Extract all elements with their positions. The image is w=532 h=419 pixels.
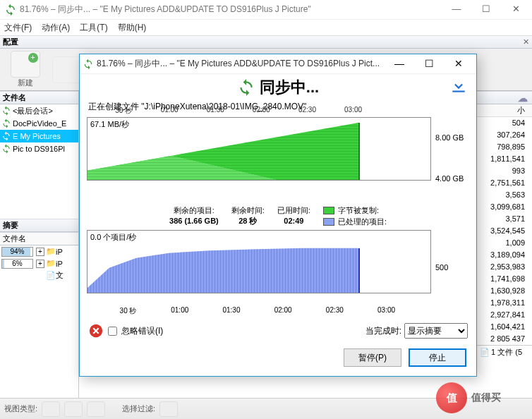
main-min-button[interactable]: — bbox=[442, 1, 471, 19]
chart-legend: 字节被复制: 已处理的项目: bbox=[323, 205, 387, 227]
summary-row[interactable]: 94% + 📁iP bbox=[0, 245, 78, 257]
remaining-time: 剩余时间: 28 秒 bbox=[231, 205, 265, 226]
mid-info: 剩余的项目: 386 (1.66 GB) 剩余时间: 28 秒 已用时间: 02… bbox=[87, 205, 469, 227]
items-chart: 0.0 个项目/秒 500 bbox=[87, 230, 469, 305]
expand-icon[interactable]: + bbox=[36, 260, 44, 268]
legend-swatch-blue bbox=[323, 218, 334, 226]
chart2-plot-area: 0.0 个项目/秒 bbox=[87, 230, 431, 293]
size-value: 1,009 bbox=[477, 237, 532, 249]
on-complete-label: 当完成时: bbox=[365, 325, 401, 337]
size-value: 2,927,841 bbox=[477, 309, 532, 321]
size-value: 3,524,545 bbox=[477, 225, 532, 237]
download-arrow-icon[interactable] bbox=[449, 77, 468, 95]
size-value: 3,189,094 bbox=[477, 249, 532, 261]
watermark-badge-icon: 值 bbox=[436, 382, 467, 413]
size-value: 2,953,983 bbox=[477, 261, 532, 273]
watermark: 值 值得买 bbox=[436, 381, 528, 415]
error-icon bbox=[88, 323, 104, 339]
dialog-titlebar[interactable]: 81.76% – 同步中... – "E My Pictures ADD&UPD… bbox=[80, 54, 476, 74]
size-value: 3,099,681 bbox=[477, 201, 532, 213]
toolbar-new-label: 新建 bbox=[18, 78, 33, 88]
size-value: 1,978,311 bbox=[477, 297, 532, 309]
summary-row[interactable]: 6% + 📁iP bbox=[0, 257, 78, 269]
dialog-buttons: 暂停(P) 停止 bbox=[80, 341, 476, 375]
cloud-icon[interactable]: ☁ bbox=[518, 92, 528, 104]
config-panel-header: 配置 ✕ bbox=[0, 35, 532, 49]
size-column: 小 504307,264798,8951,811,5419932,751,561… bbox=[477, 104, 532, 345]
size-value: 2 805 437 bbox=[477, 333, 532, 345]
sync-icon bbox=[1, 119, 11, 128]
chart1-rate-label: 67.1 MB/秒 bbox=[90, 119, 129, 130]
chart2-yaxis: 500 bbox=[431, 230, 469, 305]
dialog-min-button[interactable]: — bbox=[385, 55, 414, 73]
size-value: 3,571 bbox=[477, 213, 532, 225]
on-complete-select[interactable]: 显示摘要 bbox=[404, 323, 468, 339]
config-header-label: 配置 bbox=[3, 37, 18, 47]
summary-pct-bar: 6% bbox=[1, 259, 33, 269]
dialog-heading-row: 同步中... bbox=[80, 74, 476, 101]
dialog-title: 81.76% – 同步中... – "E My Pictures ADD&UPD… bbox=[97, 58, 385, 70]
ignore-errors-label: 忽略错误(I) bbox=[121, 325, 163, 337]
menu-help[interactable]: 帮助(H) bbox=[118, 22, 147, 34]
size-column-header[interactable]: 小 bbox=[477, 104, 532, 117]
main-max-button[interactable]: ☐ bbox=[471, 1, 501, 19]
config-list: <最后会话> DocPicVideo_E E My Pictures Pic t… bbox=[0, 104, 78, 155]
filter-icon[interactable] bbox=[159, 401, 178, 417]
summary-row[interactable]: 📄文 bbox=[0, 269, 78, 281]
toolbar-new-button[interactable]: + 新建 bbox=[6, 50, 44, 89]
menu-file[interactable]: 文件(F) bbox=[4, 22, 32, 34]
right-pane-header: ☁ bbox=[477, 91, 532, 104]
left-pane: 文件名 <最后会话> DocPicVideo_E E My Pictures P… bbox=[0, 91, 79, 398]
sync-icon bbox=[83, 59, 94, 70]
config-item-docpicvideo[interactable]: DocPicVideo_E bbox=[0, 117, 78, 130]
menu-actions[interactable]: 动作(A) bbox=[42, 22, 70, 34]
sync-icon bbox=[1, 131, 11, 141]
menu-tools[interactable]: 工具(T) bbox=[80, 22, 107, 34]
chart1-plot-area: 67.1 MB/秒 bbox=[87, 117, 431, 181]
dialog-close-button[interactable]: ✕ bbox=[444, 55, 473, 73]
config-item-pic-ds916[interactable]: Pic to DS916Pl bbox=[0, 142, 78, 155]
ignore-errors-checkbox[interactable] bbox=[108, 327, 117, 336]
chart2-rate-label: 0.0 个项目/秒 bbox=[90, 232, 136, 243]
sync-icon bbox=[1, 106, 11, 116]
size-value: 993 bbox=[477, 165, 532, 177]
remaining-items: 剩余的项目: 386 (1.66 GB) bbox=[169, 205, 219, 226]
elapsed-time: 已用时间: 02:49 bbox=[277, 205, 310, 226]
summary-panel: 摘要 文件名 94% + 📁iP 6% + 📁iP 📄文 bbox=[0, 219, 78, 281]
view-type-icon[interactable] bbox=[64, 401, 83, 417]
select-filter-label: 选择过滤: bbox=[122, 403, 155, 414]
svg-rect-0 bbox=[452, 91, 464, 92]
size-value: 798,895 bbox=[477, 141, 532, 153]
watermark-text: 值得买 bbox=[471, 391, 501, 404]
size-value: 1,604,421 bbox=[477, 321, 532, 333]
size-value: 2,751,561 bbox=[477, 177, 532, 189]
size-value: 1,811,541 bbox=[477, 153, 532, 165]
chart2-xaxis: 30 秒01:0001:3002:0002:3003:00 bbox=[87, 306, 431, 317]
summary-pct-bar: 94% bbox=[1, 247, 33, 257]
pause-button[interactable]: 暂停(P) bbox=[344, 348, 401, 367]
footer-file-count: 1 文件 (5 bbox=[491, 347, 522, 358]
chart1-xaxis: 30 秒01:0001:3002:0002:3003:00 bbox=[87, 106, 393, 116]
app-sync-icon bbox=[4, 4, 17, 16]
dialog-max-button[interactable]: ☐ bbox=[414, 55, 444, 73]
size-value: 1,630,928 bbox=[477, 285, 532, 297]
filename-header: 文件名 bbox=[0, 91, 78, 104]
config-close-icon[interactable]: ✕ bbox=[523, 37, 529, 47]
main-close-button[interactable]: ✕ bbox=[501, 1, 531, 19]
config-item-last-session[interactable]: <最后会话> bbox=[0, 104, 78, 117]
expand-icon[interactable]: + bbox=[36, 248, 44, 256]
stop-button[interactable]: 停止 bbox=[409, 348, 466, 367]
sync-progress-dialog: 81.76% – 同步中... – "E My Pictures ADD&UPD… bbox=[79, 54, 477, 377]
size-value: 1,741,698 bbox=[477, 273, 532, 285]
view-type-icon[interactable] bbox=[42, 401, 60, 417]
right-pane: ☁ 小 504307,264798,8951,811,5419932,751,5… bbox=[477, 91, 532, 398]
right-footer: 📄1 文件 (5 bbox=[477, 345, 532, 358]
view-type-icon[interactable] bbox=[87, 401, 105, 417]
view-type-label: 视图类型: bbox=[4, 403, 37, 414]
main-title: 81.76% – 同步中... – "E My Pictures ADD&UPD… bbox=[20, 4, 442, 16]
error-row: 忽略错误(I) 当完成时: 显示摘要 bbox=[80, 320, 476, 341]
menubar: 文件(F) 动作(A) 工具(T) 帮助(H) bbox=[0, 20, 532, 35]
size-value: 504 bbox=[477, 117, 532, 129]
sync-icon bbox=[1, 144, 11, 154]
config-item-mypictures[interactable]: E My Pictures bbox=[0, 130, 78, 142]
